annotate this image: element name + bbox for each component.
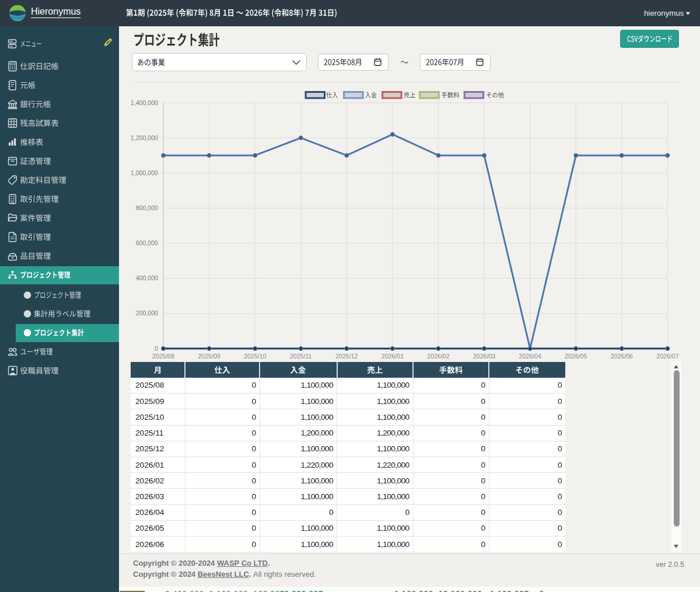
svg-text:2025/12: 2025/12: [335, 353, 358, 360]
svg-text:2025/10: 2025/10: [244, 353, 266, 360]
svg-text:2026/02: 2026/02: [427, 353, 449, 360]
svg-text:2026/01: 2026/01: [382, 353, 404, 360]
svg-text:2025/09: 2025/09: [198, 353, 220, 360]
svg-text:800,000: 800,000: [136, 204, 158, 211]
svg-text:1,200,000: 1,200,000: [131, 134, 158, 141]
svg-text:2026/07: 2026/07: [656, 353, 678, 360]
svg-text:1,400,000: 1,400,000: [131, 99, 158, 106]
svg-text:2025/08: 2025/08: [152, 353, 174, 360]
svg-text:2025/11: 2025/11: [290, 353, 312, 360]
svg-text:2026/06: 2026/06: [611, 353, 633, 360]
svg-text:600,000: 600,000: [136, 239, 158, 246]
svg-text:2026/03: 2026/03: [473, 353, 495, 360]
svg-text:400,000: 400,000: [136, 274, 158, 281]
svg-text:0: 0: [155, 345, 158, 352]
svg-text:2026/05: 2026/05: [565, 353, 587, 360]
svg-text:1,000,000: 1,000,000: [131, 169, 158, 176]
svg-text:200,000: 200,000: [136, 309, 158, 316]
svg-text:2026/04: 2026/04: [519, 353, 541, 360]
